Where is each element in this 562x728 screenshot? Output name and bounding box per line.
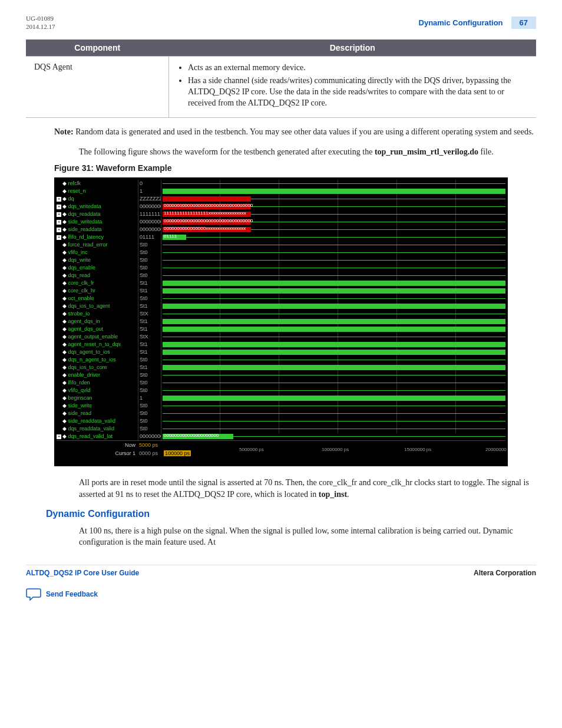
cursor-label: Cursor 1 [57, 450, 138, 456]
send-feedback-link[interactable]: Send Feedback [46, 590, 98, 598]
doc-date: 2014.12.17 [26, 22, 55, 31]
footer: ALTDQ_DQS2 IP Core User Guide Altera Cor… [26, 565, 536, 577]
signal-values: 01ZZZZZZZZ000000001111111100000000000000… [138, 180, 161, 440]
tick-3: 15000000 ps [404, 447, 431, 452]
page-header: UG-01089 2014.12.17 Dynamic Configuratio… [26, 14, 536, 31]
feedback-icon [26, 588, 41, 601]
section-heading: Dynamic Configuration [46, 509, 536, 519]
waveform-viewer: ◆ refclk◆ reset_n+◆ dq+◆ dqs_writedata+◆… [54, 177, 508, 466]
cell-description: Acts as an external memory device. Has a… [168, 56, 536, 118]
table-header-row: Component Description [26, 39, 536, 57]
note-label: Note: [54, 127, 74, 136]
doc-id: UG-01089 2014.12.17 [26, 14, 55, 31]
tick-4: 20000000 [485, 447, 507, 452]
signal-names: ◆ refclk◆ reset_n+◆ dq+◆ dqs_writedata+◆… [57, 180, 138, 440]
note-text: Random data is generated and used in the… [74, 127, 534, 136]
timeline: Now 5000 ps Cursor 1 0000 ps 100000 ps 5… [57, 440, 505, 456]
reset-paragraph: All ports are in reset mode until the si… [79, 477, 536, 500]
cursor-time: 100000 ps [164, 450, 191, 456]
section-title: Dynamic Configuration [419, 18, 503, 27]
dyn-config-paragraph: At 100 ns, there is a high pulse on the … [79, 525, 536, 548]
guide-title: ALTDQ_DQS2 IP Core User Guide [26, 569, 139, 577]
tick-2: 10000000 ps [322, 447, 349, 452]
header-right: Dynamic Configuration 67 [419, 17, 536, 29]
intro-paragraph: The following figure shows the waveform … [79, 146, 536, 158]
do-file: top_run_msim_rtl_verilog.do [375, 147, 478, 156]
waveform-pane: 0000000000000000000000000000000000111111… [161, 180, 505, 433]
tick-1: 5000000 ps [239, 447, 264, 452]
now-value: 5000 ps [139, 442, 158, 448]
col-component: Component [26, 39, 168, 57]
now-label: Now [57, 442, 138, 448]
page-number: 67 [511, 17, 536, 29]
corp-name: Altera Corporation [474, 569, 536, 577]
bullet-2: Has a side channel (side reads/writes) c… [188, 75, 528, 109]
ug-number: UG-01089 [26, 14, 55, 22]
note-paragraph: Note: Random data is generated and used … [79, 126, 536, 138]
table-row: DQS Agent Acts as an external memory dev… [26, 56, 536, 118]
col-description: Description [168, 39, 536, 57]
cursor-value: 0000 ps [139, 450, 158, 456]
feedback-row: Send Feedback [26, 588, 536, 601]
cell-component: DQS Agent [26, 56, 168, 118]
bullet-1: Acts as an external memory device. [188, 62, 528, 74]
figure-caption: Figure 31: Waveform Example [54, 163, 536, 173]
top-inst: top_inst [319, 490, 347, 499]
component-table: Component Description DQS Agent Acts as … [26, 39, 536, 118]
